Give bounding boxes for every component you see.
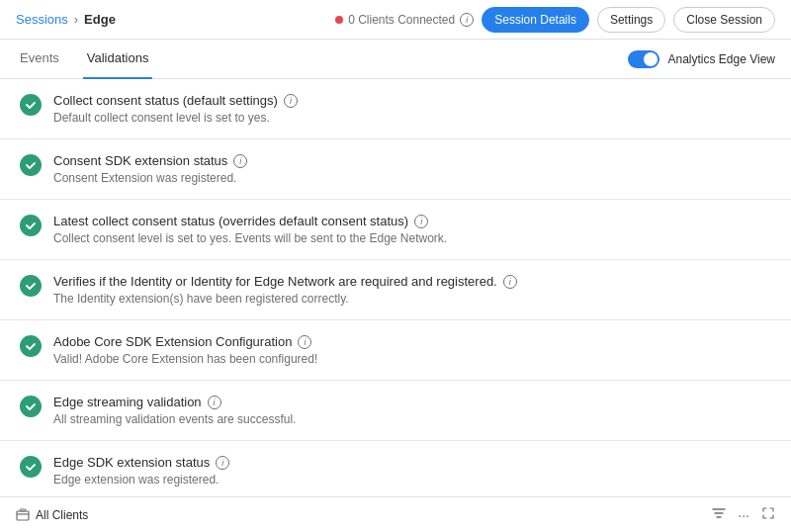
header-right: 0 Clients Connected i Session Details Se… — [335, 7, 775, 33]
svg-rect-1 — [20, 509, 26, 511]
validation-info-icon[interactable]: i — [298, 335, 311, 349]
analytics-edge-toggle[interactable] — [628, 50, 659, 68]
tabs-right: Analytics Edge View — [628, 50, 775, 68]
tabs-bar: Events Validations Analytics Edge View — [0, 40, 791, 79]
check-icon — [20, 335, 42, 357]
breadcrumb-current: Edge — [84, 12, 116, 27]
filter-icon[interactable] — [712, 506, 726, 523]
toggle-label: Analytics Edge View — [667, 52, 775, 66]
header: Sessions › Edge 0 Clients Connected i Se… — [0, 0, 791, 40]
clients-info-icon[interactable]: i — [460, 13, 474, 27]
validation-item: Collect consent status (default settings… — [0, 79, 791, 139]
footer-actions: ··· — [712, 506, 775, 523]
validation-title: Verifies if the Identity or Identity for… — [53, 274, 771, 289]
validation-info-icon[interactable]: i — [414, 215, 428, 228]
validation-info-icon[interactable]: i — [284, 94, 298, 108]
validation-description: Edge extension was registered. — [53, 473, 771, 487]
all-clients: All Clients — [16, 508, 88, 522]
validation-info-icon[interactable]: i — [208, 396, 221, 409]
validation-title: Collect consent status (default settings… — [53, 93, 771, 108]
validation-item: Consent SDK extension status i Consent E… — [0, 139, 791, 200]
validation-title: Consent SDK extension status i — [53, 153, 771, 168]
tab-events[interactable]: Events — [16, 40, 63, 79]
red-dot-icon — [335, 16, 343, 24]
validation-description: Consent Extension was registered. — [53, 171, 771, 185]
validation-description: Valid! Adobe Core Extension has been con… — [53, 352, 771, 366]
breadcrumb-separator: › — [74, 12, 78, 27]
check-icon — [20, 215, 42, 236]
validation-content: Verifies if the Identity or Identity for… — [53, 274, 771, 306]
validation-content: Latest collect consent status (overrides… — [53, 214, 771, 245]
validation-description: Collect consent level is set to yes. Eve… — [53, 231, 771, 245]
validation-item: Edge SDK extension status i Edge extensi… — [0, 441, 791, 496]
check-icon — [20, 396, 42, 417]
validation-description: The Identity extension(s) have been regi… — [53, 292, 771, 306]
more-options-icon[interactable]: ··· — [738, 507, 749, 523]
clients-connected: 0 Clients Connected i — [335, 13, 474, 27]
validation-info-icon[interactable]: i — [216, 456, 229, 470]
tab-validations[interactable]: Validations — [83, 40, 153, 79]
breadcrumb-sessions[interactable]: Sessions — [16, 12, 68, 27]
breadcrumb: Sessions › Edge — [16, 12, 116, 27]
validation-item: Edge streaming validation i All streamin… — [0, 381, 791, 441]
validation-title: Edge SDK extension status i — [53, 455, 771, 470]
clients-connected-label: 0 Clients Connected — [348, 13, 455, 27]
validation-content: Collect consent status (default settings… — [53, 93, 771, 125]
validation-info-icon[interactable]: i — [233, 154, 247, 168]
validation-title: Adobe Core SDK Extension Configuration i — [53, 334, 771, 349]
close-session-button[interactable]: Close Session — [673, 7, 775, 33]
settings-button[interactable]: Settings — [597, 7, 665, 33]
validation-content: Edge SDK extension status i Edge extensi… — [53, 455, 771, 487]
validation-item: Verifies if the Identity or Identity for… — [0, 260, 791, 320]
check-icon — [20, 94, 42, 116]
validation-title: Latest collect consent status (overrides… — [53, 214, 771, 228]
validation-info-icon[interactable]: i — [503, 275, 517, 289]
clients-icon — [16, 508, 30, 522]
all-clients-label: All Clients — [36, 508, 88, 522]
validation-item: Latest collect consent status (overrides… — [0, 200, 791, 260]
validation-content: Edge streaming validation i All streamin… — [53, 395, 771, 426]
check-icon — [20, 154, 42, 176]
validation-content: Consent SDK extension status i Consent E… — [53, 153, 771, 185]
expand-icon[interactable] — [761, 506, 775, 523]
check-icon — [20, 456, 42, 478]
footer: All Clients ··· — [0, 496, 791, 532]
validation-content: Adobe Core SDK Extension Configuration i… — [53, 334, 771, 366]
validation-description: Default collect consent level is set to … — [53, 111, 771, 125]
svg-rect-0 — [17, 511, 29, 520]
validations-content: Collect consent status (default settings… — [0, 79, 791, 496]
check-icon — [20, 275, 42, 297]
validation-item: Adobe Core SDK Extension Configuration i… — [0, 320, 791, 381]
validation-title: Edge streaming validation i — [53, 395, 771, 409]
session-details-button[interactable]: Session Details — [482, 7, 589, 33]
validation-description: All streaming validation events are succ… — [53, 412, 771, 426]
